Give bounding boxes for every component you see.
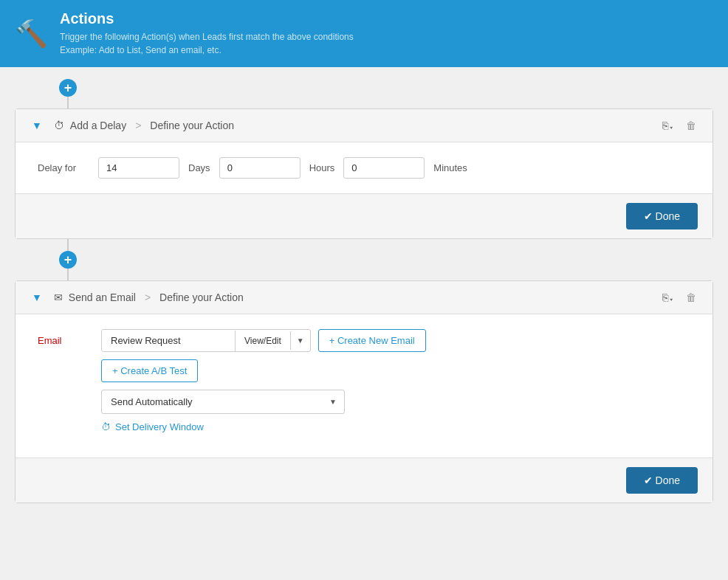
- delay-action-label: ⏱ Add a Delay > Define your Action: [54, 120, 650, 131]
- email-icon: ✉: [54, 291, 63, 303]
- email-field-label: Email: [38, 329, 89, 346]
- delay-action-controls: ⎘▾ 🗑: [658, 117, 701, 134]
- actions-icon: 🔨: [15, 21, 48, 47]
- create-ab-row: + Create A/B Test: [101, 359, 426, 382]
- header-subtitle-line2: Example: Add to List, Send an email, etc…: [60, 44, 354, 57]
- email-copy-button[interactable]: ⎘▾: [658, 289, 679, 306]
- delay-hours-input[interactable]: [219, 157, 301, 179]
- email-action-block: ▼ ✉ Send an Email > Define your Action ⎘…: [15, 280, 713, 503]
- delay-action-header: ▼ ⏱ Add a Delay > Define your Action ⎘▾ …: [16, 109, 712, 142]
- set-delivery-window-link[interactable]: ⏱ Set Delivery Window: [101, 421, 426, 432]
- email-controls-group: Review Request View/Edit ▼ + Create New …: [101, 329, 426, 432]
- delay-copy-button[interactable]: ⎘▾: [658, 117, 679, 134]
- add-action-middle-button[interactable]: +: [59, 251, 77, 269]
- email-collapse-button[interactable]: ▼: [27, 290, 47, 305]
- email-action-body: Email Review Request View/Edit ▼ + Creat…: [16, 314, 712, 458]
- email-select-group: Review Request View/Edit ▼: [101, 329, 311, 352]
- header-subtitle-line1: Trigger the following Action(s) when Lea…: [60, 30, 354, 44]
- email-field-row: Email Review Request View/Edit ▼ + Creat…: [38, 329, 690, 432]
- email-done-button[interactable]: ✔ Done: [626, 467, 698, 494]
- email-action-footer: ✔ Done: [16, 458, 712, 503]
- header-title: Actions: [60, 10, 354, 27]
- create-ab-test-button[interactable]: + Create A/B Test: [101, 359, 198, 382]
- delay-days-unit: Days: [188, 162, 210, 173]
- delay-days-input[interactable]: [98, 157, 179, 179]
- view-edit-button[interactable]: View/Edit: [235, 331, 290, 351]
- connector-line-2: [67, 239, 69, 251]
- email-action-type: Send an Email: [69, 291, 136, 303]
- send-select-arrow-icon: ▼: [322, 392, 344, 412]
- add-action-top-button[interactable]: +: [59, 79, 77, 97]
- email-dropdown-arrow[interactable]: ▼: [290, 331, 310, 350]
- email-top-row: Review Request View/Edit ▼ + Create New …: [101, 329, 426, 352]
- email-action-header: ▼ ✉ Send an Email > Define your Action ⎘…: [16, 281, 712, 314]
- delay-action-body: Delay for Days Hours Minutes: [16, 142, 712, 193]
- email-action-label: ✉ Send an Email > Define your Action: [54, 291, 650, 303]
- send-automatically-select[interactable]: Send Automatically Send Manually Send on…: [102, 390, 322, 413]
- delay-for-label: Delay for: [38, 162, 89, 173]
- email-name-display: Review Request: [102, 330, 235, 351]
- delay-separator: >: [135, 120, 141, 131]
- delay-define-label: Define your Action: [150, 120, 234, 131]
- main-content: + ▼ ⏱ Add a Delay > Define your Action ⎘…: [0, 67, 728, 580]
- delay-minutes-unit: Minutes: [433, 162, 467, 173]
- add-btn-middle-wrap: +: [15, 251, 713, 269]
- add-btn-top-wrap: +: [15, 79, 713, 97]
- delay-action-footer: ✔ Done: [16, 193, 712, 238]
- clock-icon: ⏱: [54, 120, 64, 131]
- delay-row: Delay for Days Hours Minutes: [38, 157, 690, 179]
- delivery-window-label: Set Delivery Window: [115, 421, 204, 432]
- delay-minutes-input[interactable]: [343, 157, 425, 179]
- send-select-wrap: Send Automatically Send Manually Send on…: [101, 390, 345, 414]
- delay-collapse-button[interactable]: ▼: [27, 118, 47, 133]
- create-new-email-button[interactable]: + Create New Email: [318, 329, 426, 352]
- connector-line-1: [67, 97, 69, 108]
- email-separator: >: [145, 291, 151, 303]
- email-define-label: Define your Action: [159, 291, 244, 303]
- clock-small-icon: ⏱: [101, 421, 111, 432]
- email-delete-button[interactable]: 🗑: [681, 289, 701, 306]
- delay-action-block: ▼ ⏱ Add a Delay > Define your Action ⎘▾ …: [15, 108, 713, 239]
- email-action-controls: ⎘▾ 🗑: [658, 289, 701, 306]
- delay-action-type: Add a Delay: [70, 120, 126, 131]
- connector-line-3: [67, 269, 69, 280]
- delay-delete-button[interactable]: 🗑: [681, 117, 701, 134]
- header-text-block: Actions Trigger the following Action(s) …: [60, 10, 354, 57]
- actions-header: 🔨 Actions Trigger the following Action(s…: [0, 0, 728, 67]
- delay-hours-unit: Hours: [309, 162, 335, 173]
- delay-done-button[interactable]: ✔ Done: [626, 203, 698, 229]
